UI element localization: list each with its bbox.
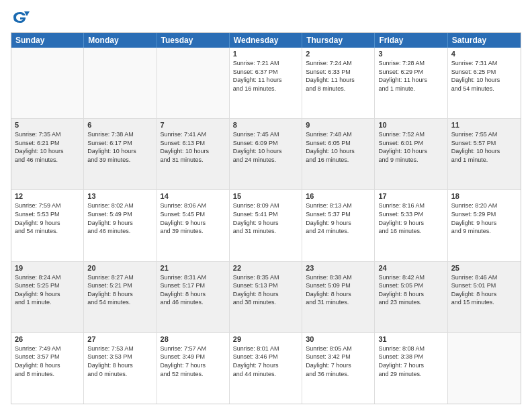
weekday-header: Tuesday bbox=[157, 33, 230, 48]
day-info: Sunrise: 7:41 AM Sunset: 6:13 PM Dayligh… bbox=[161, 130, 226, 164]
page: SundayMondayTuesdayWednesdayThursdayFrid… bbox=[0, 0, 532, 411]
calendar-cell: 7Sunrise: 7:41 AM Sunset: 6:13 PM Daylig… bbox=[157, 119, 230, 189]
day-number: 24 bbox=[378, 264, 443, 272]
day-info: Sunrise: 8:31 AM Sunset: 5:17 PM Dayligh… bbox=[161, 273, 226, 307]
day-info: Sunrise: 7:31 AM Sunset: 6:25 PM Dayligh… bbox=[451, 59, 517, 93]
day-info: Sunrise: 7:48 AM Sunset: 6:05 PM Dayligh… bbox=[306, 130, 371, 164]
calendar-row: 19Sunrise: 8:24 AM Sunset: 5:25 PM Dayli… bbox=[11, 261, 521, 332]
day-number: 16 bbox=[306, 192, 371, 200]
day-number: 8 bbox=[233, 121, 298, 129]
calendar-cell: 18Sunrise: 8:20 AM Sunset: 5:29 PM Dayli… bbox=[448, 190, 521, 261]
logo-icon bbox=[11, 8, 30, 27]
day-number: 20 bbox=[87, 264, 152, 272]
calendar-cell: 26Sunrise: 7:49 AM Sunset: 3:57 PM Dayli… bbox=[11, 333, 84, 404]
calendar-cell bbox=[448, 333, 521, 404]
calendar-cell: 17Sunrise: 8:16 AM Sunset: 5:33 PM Dayli… bbox=[375, 190, 447, 261]
day-number: 15 bbox=[233, 192, 298, 200]
day-info: Sunrise: 8:02 AM Sunset: 5:49 PM Dayligh… bbox=[87, 201, 152, 235]
calendar-cell: 8Sunrise: 7:45 AM Sunset: 6:09 PM Daylig… bbox=[230, 119, 302, 189]
calendar-cell: 14Sunrise: 8:06 AM Sunset: 5:45 PM Dayli… bbox=[157, 190, 230, 261]
day-info: Sunrise: 7:35 AM Sunset: 6:21 PM Dayligh… bbox=[15, 130, 80, 164]
day-number: 2 bbox=[306, 50, 371, 58]
weekday-header: Sunday bbox=[11, 33, 84, 48]
day-number: 22 bbox=[233, 264, 298, 272]
day-number: 28 bbox=[161, 335, 226, 343]
day-info: Sunrise: 7:59 AM Sunset: 5:53 PM Dayligh… bbox=[15, 201, 80, 235]
day-info: Sunrise: 7:28 AM Sunset: 6:29 PM Dayligh… bbox=[378, 59, 443, 93]
calendar-row: 5Sunrise: 7:35 AM Sunset: 6:21 PM Daylig… bbox=[11, 118, 521, 189]
calendar-cell: 31Sunrise: 8:08 AM Sunset: 3:38 PM Dayli… bbox=[375, 333, 447, 404]
calendar-cell: 24Sunrise: 8:42 AM Sunset: 5:05 PM Dayli… bbox=[375, 262, 447, 332]
calendar-cell: 15Sunrise: 8:09 AM Sunset: 5:41 PM Dayli… bbox=[230, 190, 302, 261]
day-number: 17 bbox=[378, 192, 443, 200]
calendar-cell: 22Sunrise: 8:35 AM Sunset: 5:13 PM Dayli… bbox=[230, 262, 302, 332]
calendar-cell: 11Sunrise: 7:55 AM Sunset: 5:57 PM Dayli… bbox=[448, 119, 521, 189]
calendar-cell: 29Sunrise: 8:01 AM Sunset: 3:46 PM Dayli… bbox=[230, 333, 302, 404]
day-info: Sunrise: 7:49 AM Sunset: 3:57 PM Dayligh… bbox=[15, 345, 80, 378]
calendar-cell: 30Sunrise: 8:05 AM Sunset: 3:42 PM Dayli… bbox=[302, 333, 375, 404]
day-info: Sunrise: 8:20 AM Sunset: 5:29 PM Dayligh… bbox=[451, 201, 517, 235]
day-number: 18 bbox=[451, 192, 517, 200]
day-info: Sunrise: 8:08 AM Sunset: 3:38 PM Dayligh… bbox=[378, 345, 443, 378]
day-number: 23 bbox=[306, 264, 371, 272]
day-number: 3 bbox=[378, 50, 443, 58]
calendar-cell: 6Sunrise: 7:38 AM Sunset: 6:17 PM Daylig… bbox=[84, 119, 157, 189]
calendar-cell: 9Sunrise: 7:48 AM Sunset: 6:05 PM Daylig… bbox=[302, 119, 375, 189]
calendar-cell: 21Sunrise: 8:31 AM Sunset: 5:17 PM Dayli… bbox=[157, 262, 230, 332]
day-info: Sunrise: 8:06 AM Sunset: 5:45 PM Dayligh… bbox=[161, 201, 226, 235]
calendar-cell: 16Sunrise: 8:13 AM Sunset: 5:37 PM Dayli… bbox=[302, 190, 375, 261]
calendar-cell bbox=[84, 48, 157, 118]
day-info: Sunrise: 8:05 AM Sunset: 3:42 PM Dayligh… bbox=[306, 345, 371, 378]
calendar-cell: 13Sunrise: 8:02 AM Sunset: 5:49 PM Dayli… bbox=[84, 190, 157, 261]
day-info: Sunrise: 7:24 AM Sunset: 6:33 PM Dayligh… bbox=[306, 59, 371, 93]
calendar-cell: 25Sunrise: 8:46 AM Sunset: 5:01 PM Dayli… bbox=[448, 262, 521, 332]
logo bbox=[11, 8, 32, 27]
day-number: 21 bbox=[161, 264, 226, 272]
day-number: 7 bbox=[161, 121, 226, 129]
calendar-cell: 3Sunrise: 7:28 AM Sunset: 6:29 PM Daylig… bbox=[375, 48, 447, 118]
header bbox=[11, 8, 521, 27]
day-info: Sunrise: 7:45 AM Sunset: 6:09 PM Dayligh… bbox=[233, 130, 298, 164]
day-number: 5 bbox=[15, 121, 80, 129]
calendar-cell: 4Sunrise: 7:31 AM Sunset: 6:25 PM Daylig… bbox=[448, 48, 521, 118]
day-number: 19 bbox=[15, 264, 80, 272]
day-info: Sunrise: 8:46 AM Sunset: 5:01 PM Dayligh… bbox=[451, 273, 517, 307]
calendar-row: 26Sunrise: 7:49 AM Sunset: 3:57 PM Dayli… bbox=[11, 332, 521, 404]
weekday-header: Monday bbox=[84, 33, 157, 48]
calendar-header: SundayMondayTuesdayWednesdayThursdayFrid… bbox=[11, 33, 521, 48]
day-number: 9 bbox=[306, 121, 371, 129]
day-info: Sunrise: 7:57 AM Sunset: 3:49 PM Dayligh… bbox=[161, 345, 226, 378]
day-info: Sunrise: 8:09 AM Sunset: 5:41 PM Dayligh… bbox=[233, 201, 298, 235]
calendar-row: 1Sunrise: 7:21 AM Sunset: 6:37 PM Daylig… bbox=[11, 48, 521, 118]
calendar-row: 12Sunrise: 7:59 AM Sunset: 5:53 PM Dayli… bbox=[11, 189, 521, 261]
day-number: 25 bbox=[451, 264, 517, 272]
day-number: 10 bbox=[378, 121, 443, 129]
day-number: 31 bbox=[378, 335, 443, 343]
day-number: 27 bbox=[87, 335, 152, 343]
calendar-cell: 2Sunrise: 7:24 AM Sunset: 6:33 PM Daylig… bbox=[302, 48, 375, 118]
calendar-cell bbox=[11, 48, 84, 118]
calendar-cell: 27Sunrise: 7:53 AM Sunset: 3:53 PM Dayli… bbox=[84, 333, 157, 404]
weekday-header: Saturday bbox=[448, 33, 521, 48]
day-info: Sunrise: 7:55 AM Sunset: 5:57 PM Dayligh… bbox=[451, 130, 517, 164]
weekday-header: Thursday bbox=[302, 33, 375, 48]
day-info: Sunrise: 8:16 AM Sunset: 5:33 PM Dayligh… bbox=[378, 201, 443, 235]
day-info: Sunrise: 8:35 AM Sunset: 5:13 PM Dayligh… bbox=[233, 273, 298, 307]
calendar-cell: 20Sunrise: 8:27 AM Sunset: 5:21 PM Dayli… bbox=[84, 262, 157, 332]
day-info: Sunrise: 8:01 AM Sunset: 3:46 PM Dayligh… bbox=[233, 345, 298, 378]
day-number: 6 bbox=[87, 121, 152, 129]
day-info: Sunrise: 7:52 AM Sunset: 6:01 PM Dayligh… bbox=[378, 130, 443, 164]
day-info: Sunrise: 8:38 AM Sunset: 5:09 PM Dayligh… bbox=[306, 273, 371, 307]
day-info: Sunrise: 7:38 AM Sunset: 6:17 PM Dayligh… bbox=[87, 130, 152, 164]
day-number: 14 bbox=[161, 192, 226, 200]
calendar-cell: 28Sunrise: 7:57 AM Sunset: 3:49 PM Dayli… bbox=[157, 333, 230, 404]
day-number: 12 bbox=[15, 192, 80, 200]
calendar-cell bbox=[157, 48, 230, 118]
weekday-header: Wednesday bbox=[230, 33, 302, 48]
day-number: 4 bbox=[451, 50, 517, 58]
calendar-cell: 5Sunrise: 7:35 AM Sunset: 6:21 PM Daylig… bbox=[11, 119, 84, 189]
day-number: 30 bbox=[306, 335, 371, 343]
day-info: Sunrise: 7:21 AM Sunset: 6:37 PM Dayligh… bbox=[233, 59, 298, 93]
weekday-header: Friday bbox=[375, 33, 447, 48]
calendar: SundayMondayTuesdayWednesdayThursdayFrid… bbox=[11, 32, 521, 404]
